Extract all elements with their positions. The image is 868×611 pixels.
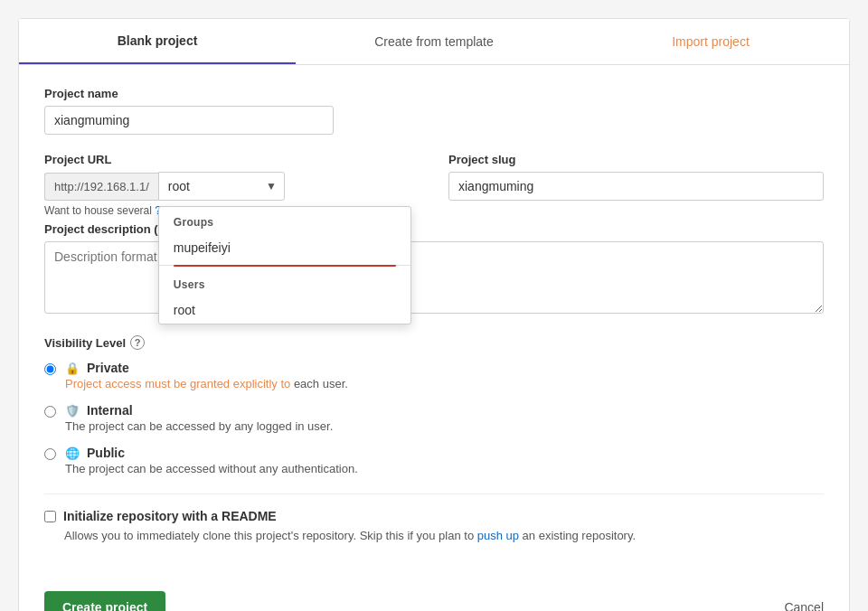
- project-url-label: Project URL: [44, 153, 420, 166]
- project-name-input[interactable]: [44, 106, 334, 135]
- dropdown-item-mupeifeiyi[interactable]: mupeifeiyi: [159, 234, 410, 261]
- init-checkbox-row: Initialize repository with a README: [44, 509, 824, 523]
- project-url-col: Project URL http://192.168.1.1/ root ▼ G…: [44, 153, 420, 217]
- project-slug-col: Project slug: [448, 153, 824, 201]
- tab-create-from-template[interactable]: Create from template: [296, 19, 572, 64]
- dropdown-item-root[interactable]: root: [159, 296, 410, 324]
- visibility-internal-title: Internal: [65, 403, 333, 418]
- init-readme-desc: Allows you to immediately clone this pro…: [64, 529, 824, 542]
- project-name-group: Project name: [44, 87, 824, 135]
- visibility-public-label: Public: [87, 446, 125, 460]
- globe-icon: [65, 446, 80, 460]
- url-dropdown: Groups mupeifeiyi Users root: [158, 206, 411, 324]
- url-row: http://192.168.1.1/ root ▼ Groups mupeif…: [44, 172, 420, 201]
- push-up-link[interactable]: push up: [477, 529, 519, 542]
- visibility-private-desc: Project access must be granted explicitl…: [65, 377, 348, 390]
- private-desc-text: Project access must be granted explicitl…: [65, 377, 280, 390]
- shield-icon: [65, 403, 80, 418]
- project-slug-label: Project slug: [448, 153, 824, 166]
- private-desc-link[interactable]: to: [280, 377, 290, 390]
- create-project-button[interactable]: Create project: [44, 591, 165, 611]
- url-select-wrapper: root ▼ Groups mupeifeiyi Users root: [158, 172, 285, 201]
- visibility-internal-content: Internal The project can be accessed by …: [65, 403, 333, 433]
- init-desc-pre: Allows you to immediately clone this pro…: [64, 529, 477, 542]
- project-name-label: Project name: [44, 87, 824, 100]
- tab-import-project[interactable]: Import project: [572, 19, 849, 64]
- visibility-private-option: Private Project access must be granted e…: [44, 361, 824, 390]
- private-desc-after: each user.: [290, 377, 348, 390]
- url-slug-row: Project URL http://192.168.1.1/ root ▼ G…: [44, 153, 824, 217]
- visibility-internal-radio[interactable]: [44, 406, 56, 418]
- visibility-internal-label: Internal: [87, 403, 133, 418]
- visibility-public-desc: The project can be accessed without any …: [65, 462, 358, 475]
- init-readme-checkbox[interactable]: [44, 511, 56, 522]
- visibility-internal-desc: The project can be accessed by any logge…: [65, 419, 333, 433]
- visibility-public-title: Public: [65, 446, 358, 460]
- visibility-public-content: Public The project can be accessed witho…: [65, 446, 358, 475]
- visibility-private-label: Private: [87, 361, 129, 375]
- tab-bar: Blank project Create from template Impor…: [19, 19, 849, 65]
- form-area: Project name Project URL http://192.168.…: [19, 65, 849, 564]
- visibility-private-content: Private Project access must be granted e…: [65, 361, 348, 390]
- visibility-help-icon[interactable]: ?: [130, 335, 145, 350]
- init-section: Initialize repository with a README Allo…: [44, 494, 824, 542]
- visibility-private-title: Private: [65, 361, 348, 375]
- init-desc-after: an existing repository.: [519, 529, 636, 542]
- dropdown-divider: [159, 265, 410, 266]
- dropdown-groups-label: Groups: [159, 207, 410, 234]
- url-select-value: root: [168, 179, 190, 193]
- url-select-button[interactable]: root ▼: [158, 172, 285, 201]
- visibility-private-radio[interactable]: [44, 363, 56, 375]
- footer-buttons: Create project Cancel: [19, 573, 849, 611]
- cancel-button[interactable]: Cancel: [784, 591, 824, 611]
- tab-blank-project[interactable]: Blank project: [19, 19, 296, 64]
- lock-icon: [65, 361, 80, 375]
- helper-text-pre: Want to house several: [44, 204, 155, 217]
- visibility-internal-option: Internal The project can be accessed by …: [44, 403, 824, 433]
- visibility-group: Visibility Level ? Private Project acces…: [44, 335, 824, 475]
- url-prefix: http://192.168.1.1/: [44, 173, 158, 201]
- project-slug-input[interactable]: [448, 172, 824, 201]
- visibility-heading: Visibility Level ?: [44, 335, 824, 350]
- visibility-label-text: Visibility Level: [44, 336, 126, 350]
- visibility-public-radio[interactable]: [44, 448, 56, 460]
- chevron-down-icon: ▼: [266, 180, 277, 193]
- init-readme-label: Initialize repository with a README: [63, 509, 277, 523]
- dropdown-users-label: Users: [159, 269, 410, 296]
- main-container: Blank project Create from template Impor…: [18, 18, 850, 611]
- visibility-public-option: Public The project can be accessed witho…: [44, 446, 824, 475]
